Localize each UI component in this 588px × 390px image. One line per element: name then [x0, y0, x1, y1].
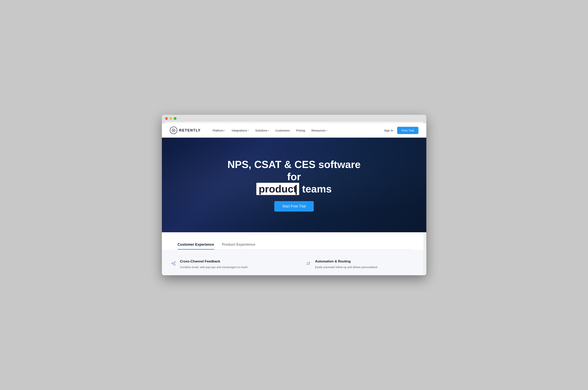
hero-highlight-word: product	[256, 183, 299, 195]
chevron-down-icon: ▾	[248, 129, 249, 132]
feature-cross-channel: Cross-Channel Feedback Combine email, we…	[162, 259, 291, 269]
send-icon	[170, 260, 177, 267]
logo-icon	[170, 127, 177, 134]
browser-window: RETENTLY Platform ▾ Integrations ▾ Solut…	[162, 115, 426, 275]
features-content: Cross-Channel Feedback Combine email, we…	[162, 250, 426, 275]
feature-automation-desc: Easily automate follow-up and deliver pe…	[315, 265, 377, 269]
nav-free-trial-button[interactable]: Free Trial	[397, 127, 418, 134]
traffic-lights	[165, 117, 423, 120]
address-bar[interactable]	[165, 122, 423, 123]
sign-in-link[interactable]: Sign In	[384, 129, 393, 132]
nav-solutions[interactable]: Solutions ▾	[255, 129, 269, 132]
nav-links: Platform ▾ Integrations ▾ Solutions ▾ Cu…	[213, 129, 384, 132]
features-tabs: Customer Experience Product Experience	[178, 240, 411, 250]
nav-integrations[interactable]: Integrations ▾	[232, 129, 249, 132]
tab-product-experience[interactable]: Product Experience	[222, 240, 255, 250]
nav-platform[interactable]: Platform ▾	[213, 129, 225, 132]
logo[interactable]: RETENTLY	[170, 127, 201, 134]
feature-automation-title: Automation & Routing	[315, 259, 377, 263]
swap-icon	[305, 260, 312, 267]
browser-chrome	[162, 115, 426, 123]
chevron-down-icon: ▾	[224, 129, 225, 132]
page-content: RETENTLY Platform ▾ Integrations ▾ Solut…	[162, 123, 426, 275]
feature-cross-channel-title: Cross-Channel Feedback	[180, 259, 248, 263]
close-button[interactable]	[165, 117, 168, 120]
chevron-down-icon: ▾	[326, 129, 327, 132]
feature-cross-channel-text: Cross-Channel Feedback Combine email, we…	[180, 259, 248, 269]
svg-point-0	[172, 129, 175, 132]
nav-resources[interactable]: Resources ▾	[311, 129, 327, 132]
nav-actions: Sign In Free Trial	[384, 127, 418, 134]
nav-pricing[interactable]: Pricing	[296, 129, 305, 132]
nav-customers[interactable]: Customers	[275, 129, 290, 132]
minimize-button[interactable]	[169, 117, 172, 120]
feature-automation: Automation & Routing Easily automate fol…	[297, 259, 426, 269]
hero-title: NPS, CSAT & CES software for product tea…	[225, 158, 363, 195]
navigation: RETENTLY Platform ▾ Integrations ▾ Solut…	[162, 123, 426, 138]
maximize-button[interactable]	[174, 117, 177, 120]
chevron-down-icon: ▾	[268, 129, 269, 132]
feature-cross-channel-desc: Combine email, web pop-ups and messenger…	[180, 265, 248, 269]
feature-automation-text: Automation & Routing Easily automate fol…	[315, 259, 377, 269]
features-section: Customer Experience Product Experience	[162, 232, 426, 250]
logo-text: RETENTLY	[179, 128, 201, 133]
tab-customer-experience[interactable]: Customer Experience	[178, 240, 214, 250]
hero-cta-button[interactable]: Start Free Trial	[274, 201, 313, 212]
hero-section: NPS, CSAT & CES software for product tea…	[162, 138, 426, 232]
